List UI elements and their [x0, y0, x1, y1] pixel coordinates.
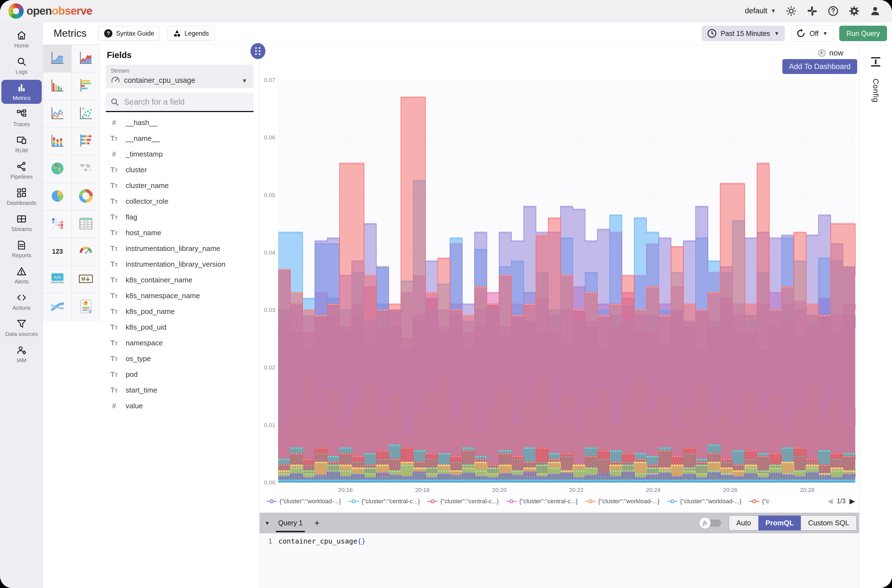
svg-text:?: ? — [107, 30, 110, 36]
time-range-selector[interactable]: Past 15 Minutes ▼ — [702, 26, 785, 41]
legend-prev-page-icon[interactable]: ◀ — [827, 497, 833, 506]
apps-icon[interactable] — [806, 5, 818, 17]
sidebar-item-label: Actions — [12, 305, 31, 311]
legend-next-page-icon[interactable]: ▶ — [850, 497, 855, 506]
field-item-cluster[interactable]: TTcluster — [100, 162, 259, 178]
run-query-button[interactable]: Run Query — [839, 26, 887, 41]
field-item-start_time[interactable]: TTstart_time — [100, 382, 259, 398]
chart-type-pie[interactable] — [43, 183, 72, 210]
chart-type-area-stacked[interactable] — [72, 45, 100, 72]
chart-type-heatmap[interactable] — [43, 210, 72, 238]
chart-type-h-stacked-bar[interactable] — [72, 128, 100, 155]
field-item-namespace[interactable]: TTnamespace — [100, 335, 259, 351]
sidebar-item-pipelines[interactable]: Pipelines — [2, 159, 42, 183]
theme-icon[interactable] — [785, 5, 797, 17]
chart-type-geomap[interactable] — [43, 155, 72, 183]
sidebar-item-metrics[interactable]: Metrics — [2, 80, 42, 104]
legend-item-3[interactable]: {"cluster":"central-c...} — [427, 498, 499, 505]
sidebar-item-label: IAM — [17, 357, 27, 364]
help-icon[interactable] — [827, 5, 839, 17]
query-mode-custom-sql[interactable]: Custom SQL — [801, 516, 856, 530]
metrics-chart-canvas[interactable] — [260, 75, 859, 497]
legend-item-6[interactable]: {"cluster":"workload-...} — [667, 498, 742, 505]
chart-type-h-bar[interactable] — [72, 72, 100, 100]
sidebar-item-reports[interactable]: Reports — [2, 237, 42, 261]
chart-type-gauge[interactable] — [72, 238, 100, 266]
chart-type-stacked-bar[interactable] — [43, 128, 72, 155]
query-mode-auto[interactable]: Auto — [729, 516, 758, 530]
sidebar-item-traces[interactable]: Traces — [2, 106, 42, 130]
query-mode-promql[interactable]: PromQL — [758, 516, 801, 530]
legend-item-label: {"cluster":"central-c...} — [519, 498, 578, 505]
sidebar-item-streams[interactable]: Streams — [2, 211, 42, 235]
chart-type-bar[interactable] — [43, 72, 72, 100]
field-item-k8s_namespace_name[interactable]: TTk8s_namespace_name — [100, 288, 259, 304]
query-collapse-caret[interactable]: ▾ — [266, 519, 269, 527]
stream-select[interactable]: Stream container_cpu_usage ▼ — [106, 64, 254, 88]
chart-type-metric[interactable]: 123 — [43, 238, 72, 266]
field-item-k8s_container_name[interactable]: TTk8s_container_name — [100, 272, 259, 288]
chart-type-sankey[interactable] — [43, 293, 72, 321]
field-item-cluster_name[interactable]: TTcluster_name — [100, 178, 259, 194]
field-item-k8s_pod_name[interactable]: TTk8s_pod_name — [100, 304, 259, 320]
field-search-input[interactable] — [123, 97, 249, 107]
field-item-__name__[interactable]: TT__name__ — [100, 130, 259, 146]
chart-type-html[interactable]: </> — [43, 266, 72, 293]
sidebar-item-dashboards[interactable]: Dashboards — [2, 184, 42, 209]
text-field-icon: TT — [108, 386, 120, 394]
vrl-function-toggle[interactable]: fx — [700, 518, 721, 529]
field-item-os_type[interactable]: TTos_type — [100, 351, 259, 367]
legend-item-7[interactable]: {"c — [749, 498, 769, 505]
sidebar-item-alerts[interactable]: Alerts — [2, 263, 42, 287]
legends-button[interactable]: Legends — [167, 26, 215, 41]
reports-icon — [16, 240, 27, 252]
sidebar-item-iam[interactable]: IAM — [2, 342, 42, 366]
legend-item-1[interactable]: {"cluster":"workload-...} — [266, 498, 341, 505]
refresh-interval-selector[interactable]: Off ▼ — [791, 26, 833, 41]
legend-item-2[interactable]: {"cluster":"central-c...} — [348, 498, 420, 505]
add-to-dashboard-button[interactable]: Add To Dashboard — [782, 59, 857, 74]
field-item-__hash__[interactable]: #__hash__ — [100, 115, 259, 130]
legend-item-4[interactable]: {"cluster":"central-c...} — [506, 498, 578, 505]
chart-type-donut[interactable] — [72, 183, 100, 210]
sidebar-item-label: Pipelines — [10, 174, 33, 180]
config-tab[interactable]: Config — [859, 56, 892, 95]
sidebar-item-data-sources[interactable]: Data sources — [2, 316, 42, 340]
field-item-collector_role[interactable]: TTcollector_role — [100, 194, 259, 209]
sidebar-item-rum[interactable]: RUM — [2, 132, 42, 156]
field-item-label: pod — [126, 370, 138, 379]
user-icon[interactable] — [869, 5, 881, 17]
field-item-host_name[interactable]: TThost_name — [100, 225, 259, 241]
org-selector[interactable]: default▼ — [745, 7, 776, 15]
question-circle-icon: ? — [104, 29, 113, 38]
now-label: now — [829, 49, 843, 57]
chart-type-line[interactable] — [43, 100, 72, 128]
field-item-instrumentation_library_name[interactable]: TTinstrumentation_library_name — [100, 241, 259, 256]
chart-type-area[interactable] — [43, 45, 72, 72]
sidebar-item-logs[interactable]: Logs — [2, 54, 42, 78]
field-item-pod[interactable]: TTpod — [100, 367, 259, 382]
chart-type-scatter[interactable] — [72, 100, 100, 128]
legend-item-5[interactable]: {"cluster":"workload-...} — [585, 498, 660, 505]
chart-type-table[interactable] — [72, 210, 100, 238]
field-item-k8s_pod_uid[interactable]: TTk8s_pod_uid — [100, 320, 259, 335]
field-item-instrumentation_library_version[interactable]: TTinstrumentation_library_version — [100, 256, 259, 272]
field-item-flag[interactable]: TTflag — [100, 209, 259, 225]
sidebar-item-home[interactable]: Home — [2, 27, 42, 51]
chart-type-maps[interactable] — [72, 155, 100, 183]
field-item-_timestamp[interactable]: #_timestamp — [100, 146, 259, 162]
syntax-guide-button[interactable]: ? Syntax Guide — [98, 26, 160, 41]
text-field-icon: TT — [108, 197, 120, 206]
chart-type-markdown[interactable]: M — [72, 266, 100, 293]
field-item-value[interactable]: #value — [100, 398, 259, 414]
tab-query-1[interactable]: Query 1 — [276, 514, 305, 532]
sidebar-item-actions[interactable]: Actions — [2, 290, 42, 314]
settings-icon[interactable] — [848, 5, 860, 17]
fx-icon: fx — [700, 518, 710, 529]
openobserve-logo[interactable]: openobserve — [8, 3, 92, 19]
clock-icon — [707, 29, 716, 38]
panel-resize-handle[interactable] — [251, 43, 266, 59]
chart-type-custom-chart[interactable] — [72, 293, 100, 321]
add-query-button[interactable]: + — [314, 518, 320, 528]
query-editor[interactable]: 1 container_cpu_usage{} — [260, 533, 859, 588]
